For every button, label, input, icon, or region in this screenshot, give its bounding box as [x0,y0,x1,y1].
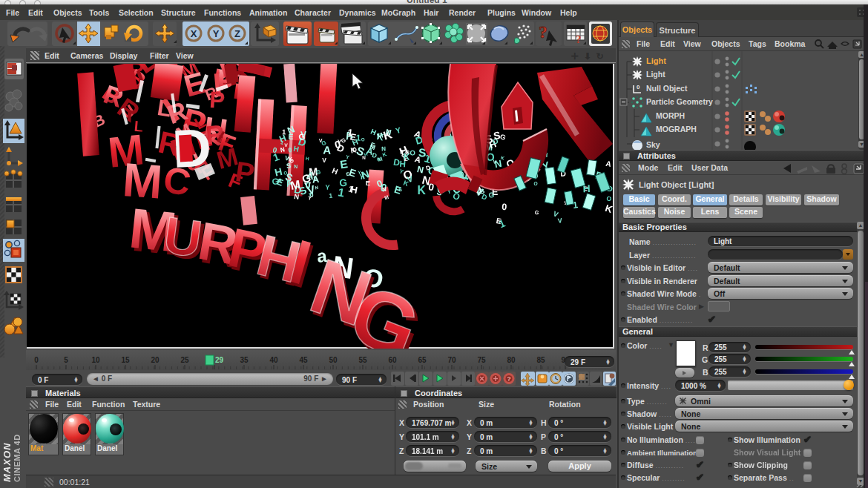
svg-text:1: 1 [329,192,333,200]
svg-text:70: 70 [447,356,456,364]
svg-text:N: N [294,164,297,169]
svg-text:40: 40 [269,356,278,364]
svg-text:Y: Y [325,184,330,191]
svg-text:80: 80 [507,356,516,364]
svg-text:?: ? [539,22,548,42]
svg-text:S: S [493,129,502,142]
svg-text:K: K [381,151,388,159]
svg-text:60: 60 [388,356,397,364]
svg-text:10: 10 [91,356,100,364]
svg-text:N: N [315,185,319,191]
svg-text:O: O [410,148,415,156]
svg-text:H: H [349,184,358,195]
svg-text:15: 15 [121,356,130,364]
svg-text:G: G [339,177,348,189]
svg-text:Y: Y [213,28,220,39]
svg-text:29: 29 [215,356,224,364]
svg-text:25: 25 [180,356,189,364]
svg-text:E: E [288,133,293,141]
svg-text:K: K [289,156,293,162]
svg-text:5: 5 [64,356,68,364]
svg-text:Y: Y [338,138,342,145]
svg-text:Z: Z [234,28,240,39]
svg-text:35: 35 [240,356,249,364]
svg-text:Y: Y [346,154,351,160]
svg-text:45: 45 [299,356,308,364]
svg-text:K: K [403,151,410,162]
svg-text:O: O [533,181,539,187]
svg-text:55: 55 [358,356,367,364]
svg-text:K: K [604,202,614,215]
svg-text:P: P [234,155,257,189]
svg-text:S: S [479,187,486,195]
svg-text:V: V [322,156,326,164]
svg-text:O: O [361,136,365,142]
svg-text:50: 50 [329,356,338,364]
svg-text:0: 0 [637,84,640,90]
svg-text:H: H [331,166,339,176]
svg-text:U: U [160,206,206,268]
svg-text:75: 75 [477,356,486,364]
svg-text:0: 0 [34,356,39,364]
svg-text:E: E [366,179,370,187]
svg-text:20: 20 [151,356,160,364]
svg-text:X: X [191,28,197,39]
svg-text:?: ? [507,375,511,383]
svg-text:65: 65 [418,356,427,364]
svg-text:G: G [534,208,540,216]
svg-text:G: G [315,168,321,176]
svg-text:M: M [377,156,383,163]
svg-text:A: A [605,159,612,169]
svg-text:?: ? [576,33,582,45]
svg-text:E: E [348,167,358,179]
svg-text:85: 85 [536,356,545,364]
svg-text:H: H [306,156,310,162]
svg-text:O: O [606,195,612,202]
svg-text:V: V [557,217,562,225]
svg-text:Y: Y [395,125,402,135]
svg-text:0: 0 [502,202,507,213]
